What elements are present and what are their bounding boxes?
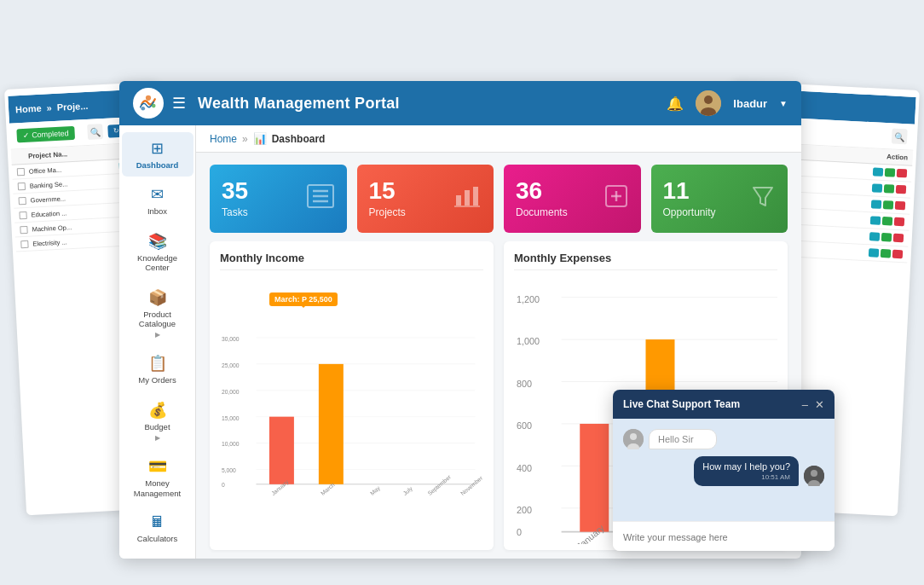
breadcrumb: Home » 📊 Dashboard bbox=[196, 125, 801, 153]
opportunity-number: 11 bbox=[663, 179, 716, 203]
delete-icon[interactable] bbox=[896, 185, 907, 194]
chat-minimize-button[interactable]: – bbox=[802, 399, 808, 410]
chat-footer bbox=[613, 521, 834, 551]
money-management-icon: 💳 bbox=[148, 457, 167, 476]
notification-bell-icon[interactable]: 🔔 bbox=[667, 96, 684, 112]
income-chart-area: March: P 25,500 30,000 25,000 20,000 15,… bbox=[220, 277, 483, 540]
product-catalogue-icon: 📦 bbox=[148, 288, 167, 307]
knowledge-center-icon: 📚 bbox=[148, 232, 167, 251]
svg-text:200: 200 bbox=[517, 505, 532, 515]
stat-card-documents[interactable]: 36 Documents bbox=[504, 165, 641, 233]
left-sep1: » bbox=[46, 102, 52, 113]
delete-icon[interactable] bbox=[892, 250, 904, 259]
projects-bar-icon bbox=[453, 183, 482, 209]
svg-rect-55 bbox=[580, 424, 609, 532]
sidebar-label-inbox: Inbox bbox=[147, 206, 167, 216]
stat-card-opportunity[interactable]: 11 Opportunity bbox=[651, 165, 788, 233]
sidebar-item-my-orders[interactable]: 📋 My Orders bbox=[122, 347, 193, 391]
sidebar-item-money-management[interactable]: 💳 Money Management bbox=[122, 450, 193, 505]
svg-point-3 bbox=[152, 104, 156, 108]
top-navigation: ☰ Wealth Management Portal 🔔 Ibadur ▼ bbox=[119, 81, 801, 125]
sidebar-label-product-catalogue: Product Catalogue bbox=[125, 310, 190, 329]
delete-icon[interactable] bbox=[893, 234, 904, 243]
svg-text:May: May bbox=[369, 484, 382, 497]
chat-sent-text: How may I help you? bbox=[702, 461, 790, 472]
sidebar-item-calculators[interactable]: 🖩 Calculators bbox=[122, 507, 193, 550]
logo-area: ☰ Wealth Management Portal bbox=[133, 88, 400, 119]
user-avatar-svg bbox=[696, 90, 721, 116]
edit-icon[interactable] bbox=[882, 217, 893, 226]
sidebar-item-knowledge-center[interactable]: 📚 Knowledge Center bbox=[122, 225, 193, 280]
stat-card-projects[interactable]: 15 Projects bbox=[357, 165, 494, 233]
stats-row: 35 Tasks 15 Proj bbox=[196, 153, 801, 241]
budget-icon: 💰 bbox=[148, 401, 167, 420]
product-catalogue-chevron: ▶ bbox=[155, 331, 160, 339]
svg-text:15,000: 15,000 bbox=[222, 415, 240, 421]
income-chart-tooltip: March: P 25,500 bbox=[269, 292, 338, 306]
svg-text:0: 0 bbox=[517, 527, 522, 537]
sidebar-label-calculators: Calculators bbox=[137, 534, 178, 543]
chat-message-input[interactable] bbox=[623, 532, 824, 542]
breadcrumb-separator: » bbox=[242, 133, 248, 145]
svg-text:10,000: 10,000 bbox=[222, 441, 240, 447]
eye-icon[interactable] bbox=[870, 216, 881, 225]
edit-icon[interactable] bbox=[883, 200, 894, 210]
chat-header-title: Live Chat Support Team bbox=[623, 398, 795, 410]
svg-point-2 bbox=[141, 107, 145, 111]
left-top-title: Home bbox=[15, 103, 42, 115]
stat-card-tasks[interactable]: 35 Tasks bbox=[210, 165, 347, 233]
svg-text:0: 0 bbox=[222, 482, 225, 488]
sidebar-label-money-management: Money Management bbox=[125, 478, 190, 498]
chat-body: Hello Sir How may I help you? 10:51 AM bbox=[613, 419, 834, 521]
svg-text:September: September bbox=[426, 473, 453, 497]
documents-icon bbox=[603, 183, 629, 215]
breadcrumb-home-link[interactable]: Home bbox=[210, 133, 237, 145]
sidebar-item-dashboard[interactable]: ⊞ Dashboard bbox=[122, 132, 193, 177]
chat-close-button[interactable]: ✕ bbox=[815, 399, 824, 410]
nav-right: 🔔 Ibadur ▼ bbox=[667, 90, 788, 116]
projects-number: 15 bbox=[369, 179, 406, 203]
sidebar-label-dashboard: Dashboard bbox=[136, 160, 179, 170]
income-bar-chart-svg: 30,000 25,000 20,000 15,000 10,000 5,000… bbox=[220, 277, 483, 540]
delete-icon[interactable] bbox=[897, 169, 908, 178]
documents-add-icon bbox=[603, 183, 629, 209]
eye-icon[interactable] bbox=[872, 183, 883, 193]
right-search-icon[interactable]: 🔍 bbox=[892, 128, 908, 144]
user-dropdown-icon[interactable]: ▼ bbox=[779, 99, 788, 108]
opportunity-icon bbox=[750, 183, 776, 215]
live-chat-panel: Live Chat Support Team – ✕ Hello Sir How… bbox=[613, 390, 834, 551]
eye-icon[interactable] bbox=[869, 248, 880, 258]
tasks-icon bbox=[306, 183, 335, 215]
eye-icon[interactable] bbox=[873, 167, 884, 177]
edit-icon[interactable] bbox=[881, 249, 892, 258]
edit-icon[interactable] bbox=[881, 233, 892, 242]
sidebar-item-budget[interactable]: 💰 Budget ▶ bbox=[122, 394, 193, 449]
projects-label: Projects bbox=[369, 206, 406, 218]
svg-text:1,000: 1,000 bbox=[517, 336, 540, 346]
sidebar-item-product-catalogue[interactable]: 📦 Product Catalogue ▶ bbox=[122, 281, 193, 346]
svg-text:1,200: 1,200 bbox=[517, 294, 540, 304]
svg-text:25,000: 25,000 bbox=[222, 362, 240, 368]
edit-icon[interactable] bbox=[884, 184, 895, 194]
chat-message-received: Hello Sir bbox=[623, 429, 824, 449]
avatar bbox=[696, 90, 721, 116]
svg-point-64 bbox=[811, 470, 817, 477]
eye-icon[interactable] bbox=[869, 232, 881, 241]
sidebar-label-budget: Budget bbox=[144, 422, 170, 432]
svg-marker-18 bbox=[754, 188, 772, 206]
eye-icon[interactable] bbox=[871, 200, 882, 209]
budget-chevron: ▶ bbox=[155, 434, 160, 442]
svg-text:30,000: 30,000 bbox=[222, 336, 240, 342]
left-search-icon[interactable]: 🔍 bbox=[87, 124, 103, 140]
sidebar: ⊞ Dashboard ✉ Inbox 📚 Knowledge Center 📦… bbox=[119, 125, 196, 559]
edit-icon[interactable] bbox=[885, 168, 896, 177]
completed-button[interactable]: ✓ Completed bbox=[16, 126, 75, 143]
chat-header: Live Chat Support Team – ✕ bbox=[613, 390, 834, 419]
delete-icon[interactable] bbox=[894, 217, 905, 227]
opportunity-funnel-icon bbox=[750, 183, 776, 209]
hamburger-icon[interactable]: ☰ bbox=[172, 94, 186, 113]
sidebar-item-inbox[interactable]: ✉ Inbox bbox=[122, 178, 193, 223]
logo bbox=[133, 88, 164, 119]
delete-icon[interactable] bbox=[895, 201, 906, 211]
svg-text:20,000: 20,000 bbox=[222, 389, 240, 395]
